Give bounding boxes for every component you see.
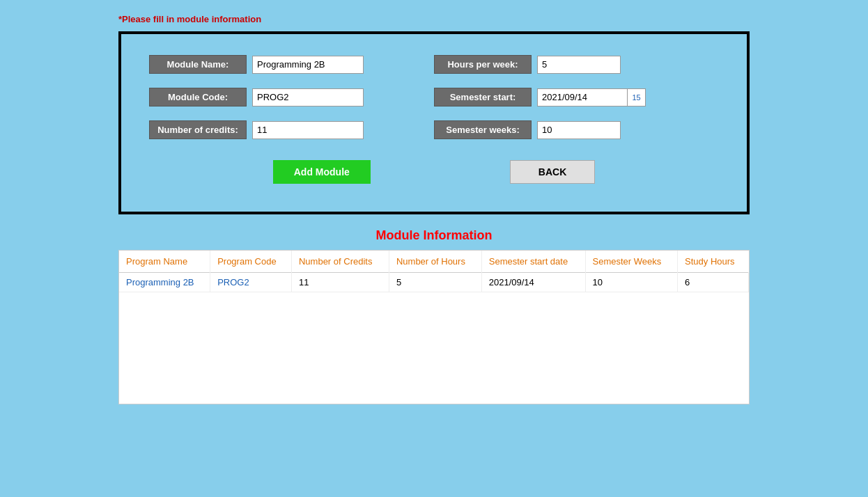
semester-weeks-input[interactable] [537,121,621,139]
hours-per-week-group: Hours per week: [434,55,719,74]
number-of-credits-group: Number of credits: [149,120,434,139]
hours-per-week-input[interactable] [537,56,621,74]
add-module-button[interactable]: Add Module [273,160,371,184]
number-of-credits-label: Number of credits: [149,120,247,139]
col-study-hours: Study Hours [678,251,749,273]
semester-start-label: Semester start: [434,88,532,106]
table-cell: 6 [678,273,749,292]
table-cell: 2021/09/14 [481,273,585,292]
module-name-label: Module Name: [149,55,247,74]
table-header-row: Program Name Program Code Number of Cred… [119,251,749,273]
module-name-group: Module Name: [149,55,434,74]
semester-start-group: Semester start: 15 [434,88,719,106]
table-cell: 10 [585,273,678,292]
col-semester-weeks: Semester Weeks [585,251,678,273]
section-title: Module Information [118,228,750,243]
form-container: Module Name: Hours per week: Module Code… [118,31,750,214]
form-row-1: Module Name: Hours per week: [149,55,719,74]
date-picker-container: 15 [537,88,646,106]
form-row-3: Number of credits: Semester weeks: [149,120,719,139]
table-cell: Programming 2B [119,273,210,292]
module-code-input[interactable] [252,88,364,106]
table-cell: 5 [389,273,481,292]
table-cell: 11 [291,273,389,292]
semester-weeks-group: Semester weeks: [434,120,719,139]
semester-start-input[interactable] [537,88,628,106]
module-name-input[interactable] [252,56,364,74]
semester-weeks-label: Semester weeks: [434,120,532,139]
hours-per-week-label: Hours per week: [434,55,532,74]
col-number-of-credits: Number of Credits [291,251,389,273]
calendar-icon[interactable]: 15 [628,88,646,106]
module-code-group: Module Code: [149,88,434,106]
col-program-name: Program Name [119,251,210,273]
module-info-table: Program Name Program Code Number of Cred… [118,250,750,404]
table-row: Programming 2BPROG21152021/09/14106 [119,273,749,292]
warning-message: *Please fill in module information [118,14,750,24]
module-code-label: Module Code: [149,88,247,106]
table-cell: PROG2 [210,273,292,292]
empty-table-space [119,292,749,404]
buttons-row: Add Module BACK [149,160,719,184]
form-row-2: Module Code: Semester start: 15 [149,88,719,106]
col-semester-start-date: Semester start date [481,251,585,273]
back-button[interactable]: BACK [510,160,595,184]
number-of-credits-input[interactable] [252,121,364,139]
col-number-of-hours: Number of Hours [389,251,481,273]
col-program-code: Program Code [210,251,292,273]
